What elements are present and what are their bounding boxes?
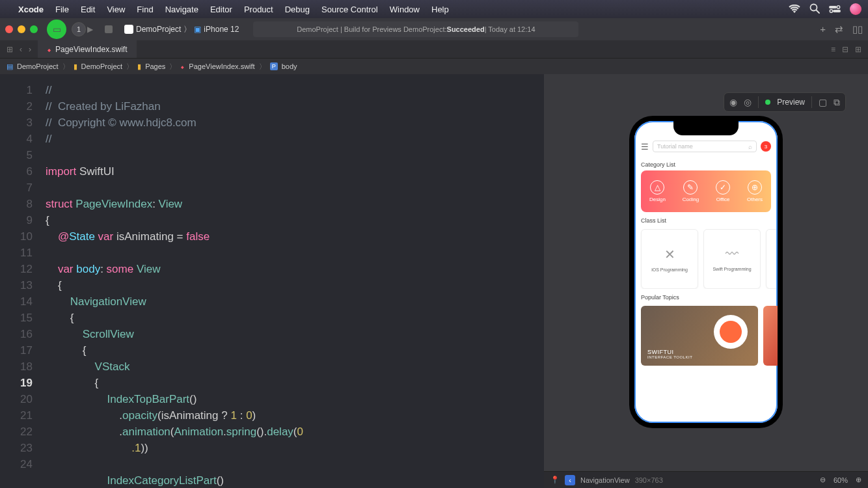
play-icon: ▶	[87, 25, 93, 34]
sim-class-swift[interactable]: 〰Swift Programming	[703, 229, 761, 289]
preview-label[interactable]: Preview	[777, 98, 805, 107]
sim-topic-row[interactable]: SWIFTUIINTERFACE TOOLKIT	[634, 303, 778, 366]
menubar-status-icons	[789, 3, 861, 16]
app-name[interactable]: Xcode	[18, 5, 44, 14]
sim-class-row[interactable]: ✕iOS Programming 〰Swift Programming iOS …	[634, 226, 778, 289]
sim-menu-icon[interactable]: ☰	[641, 142, 649, 152]
zoom-window-button[interactable]	[30, 25, 38, 33]
stop-button[interactable]	[105, 25, 113, 33]
menu-edit[interactable]: Edit	[81, 5, 95, 14]
pin-icon[interactable]: 📍	[550, 476, 560, 484]
simulator-device: ☰ Tutorial name ⌕ 3 Category List △Desig…	[629, 116, 783, 428]
device-notch	[673, 121, 739, 135]
menu-window[interactable]: Window	[390, 5, 420, 14]
xcode-toolbar: ▭ 1 ▶ DemoProject 〉 ▣ iPhone 12 DemoProj…	[0, 18, 868, 40]
sim-class-ios[interactable]: ✕iOS Programming	[641, 229, 698, 289]
crumb-2[interactable]: Pages	[145, 62, 165, 70]
status-time: | Today at 12:14	[485, 25, 536, 33]
live-preview-icon[interactable]: ◉	[729, 97, 737, 107]
svg-line-1	[817, 10, 820, 13]
canvas-selected-element[interactable]: NavigationView	[580, 476, 630, 484]
sim-search-placeholder: Tutorial name	[657, 143, 693, 150]
add-icon[interactable]: +	[820, 23, 826, 35]
menu-product[interactable]: Product	[244, 5, 273, 14]
canvas-selection-chevron[interactable]: ‹	[565, 475, 575, 485]
canvas-toolbar: ◉ ◎ Preview ▢ ⧉	[724, 92, 846, 112]
zoom-out-icon[interactable]: ⊖	[820, 476, 826, 484]
adjust-editor-icon[interactable]: ⊟	[842, 45, 848, 54]
crumb-project-icon: ▤	[7, 62, 13, 71]
related-items-icon[interactable]: ⊞	[7, 45, 13, 54]
run-button[interactable]: ▭	[47, 20, 66, 39]
crumb-1[interactable]: DemoProject	[81, 62, 123, 70]
crumb-0[interactable]: DemoProject	[17, 62, 59, 70]
menu-source-control[interactable]: Source Control	[321, 5, 378, 14]
inspect-preview-icon[interactable]: ◎	[744, 97, 752, 107]
device-settings-icon[interactable]: ▢	[819, 97, 827, 107]
nav-back-icon[interactable]: ‹	[20, 45, 22, 54]
simulator-screen[interactable]: ☰ Tutorial name ⌕ 3 Category List △Desig…	[634, 121, 778, 423]
source-editor[interactable]: 123456789101112131415161718192021222324 …	[0, 74, 544, 488]
code-area[interactable]: // // Created by LiFazhan // Copyright ©…	[42, 74, 544, 488]
menu-file[interactable]: File	[55, 5, 69, 14]
menu-find[interactable]: Find	[137, 5, 153, 14]
preview-canvas: ◉ ◎ Preview ▢ ⧉ ☰ Tutorial name ⌕ 3	[544, 74, 868, 488]
sim-section-category-title: Category List	[634, 156, 778, 170]
sim-section-topics-title: Popular Topics	[634, 289, 778, 303]
window-traffic-lights	[5, 25, 38, 33]
sim-search-input[interactable]: Tutorial name ⌕	[653, 141, 757, 152]
svg-rect-4	[833, 10, 841, 12]
folder-icon: ▮	[137, 62, 141, 71]
editor-options-icon[interactable]: ≡	[831, 45, 835, 54]
folder-icon: ▮	[74, 62, 77, 71]
preview-status-dot	[765, 100, 770, 105]
sim-category-design[interactable]: △Design	[649, 180, 666, 202]
menu-navigate[interactable]: Navigate	[165, 5, 198, 14]
menu-debug[interactable]: Debug	[285, 5, 310, 14]
property-icon: P	[270, 62, 278, 70]
add-editor-icon[interactable]: ⊞	[855, 45, 861, 54]
sim-topic-next[interactable]	[763, 306, 778, 366]
inspectors-toggle-icon[interactable]: ▯▯	[852, 23, 863, 35]
menu-editor[interactable]: Editor	[210, 5, 232, 14]
scheme-selector[interactable]: DemoProject 〉 ▣ iPhone 12	[124, 24, 239, 35]
jump-bar[interactable]: ▤ DemoProject 〉 ▮ DemoProject 〉 ▮ Pages …	[0, 59, 868, 74]
editor-tabbar: ⊞ ‹ › ⬥ PageViewIndex.swift ≡ ⊟ ⊞	[0, 40, 868, 59]
sim-section-class-title: Class List	[634, 212, 778, 226]
zoom-in-icon[interactable]: ⊕	[856, 476, 861, 484]
editor-tab[interactable]: ⬥ PageViewIndex.swift	[38, 40, 137, 58]
chevron-right-icon: 〉	[183, 24, 191, 35]
nav-forward-icon[interactable]: ›	[29, 45, 31, 54]
scheme-project: DemoProject	[136, 25, 181, 34]
spotlight-icon[interactable]	[809, 3, 820, 16]
sim-category-others[interactable]: ⊕Others	[747, 180, 763, 202]
crumb-4[interactable]: body	[282, 62, 297, 70]
target-app-icon	[124, 25, 133, 34]
sim-class-more[interactable]: iOS P	[766, 229, 778, 289]
sim-notification-badge[interactable]: 3	[761, 141, 771, 152]
canvas-footer: 📍 ‹ NavigationView 390×763 ⊖ 60% ⊕	[544, 471, 868, 488]
swift-file-icon: ⬥	[47, 45, 51, 54]
menu-view[interactable]: View	[107, 5, 125, 14]
navigator-toggle-icon: ▭	[53, 24, 61, 34]
menu-help[interactable]: Help	[431, 5, 449, 14]
sim-topic-swiftui[interactable]: SWIFTUIINTERFACE TOOLKIT	[641, 306, 758, 366]
status-result: Succeeded	[447, 25, 485, 33]
sim-category-office[interactable]: ✓Office	[716, 180, 730, 202]
wifi-icon[interactable]	[789, 4, 800, 15]
main-split: 123456789101112131415161718192021222324 …	[0, 74, 868, 488]
code-review-icon[interactable]: ⇄	[835, 23, 843, 35]
build-status-bar[interactable]: DemoProject | Build for Previews DemoPro…	[253, 21, 578, 37]
control-center-icon[interactable]	[829, 4, 841, 15]
swift-file-icon: ⬥	[180, 62, 185, 70]
crumb-3[interactable]: PageViewIndex.swift	[189, 62, 254, 70]
sim-category-coding[interactable]: ✎Coding	[683, 180, 699, 202]
minimize-window-button[interactable]	[18, 25, 25, 33]
close-window-button[interactable]	[5, 25, 13, 33]
svg-point-5	[830, 9, 832, 12]
duplicate-preview-icon[interactable]: ⧉	[834, 97, 840, 108]
sim-category-card: △Design ✎Coding ✓Office ⊕Others	[641, 170, 771, 212]
activity-counter[interactable]: 1	[72, 22, 86, 36]
user-avatar-icon[interactable]	[850, 3, 861, 15]
zoom-level[interactable]: 60%	[834, 476, 848, 484]
